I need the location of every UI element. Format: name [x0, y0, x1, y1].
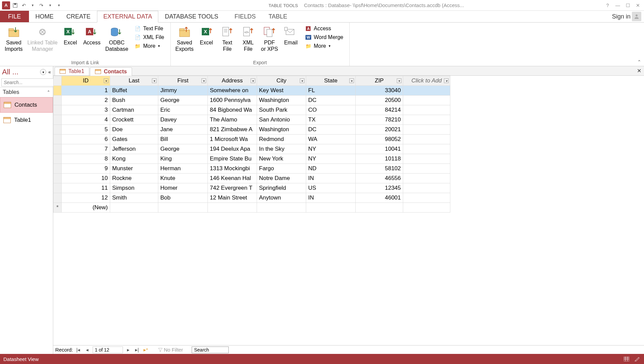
cell-city[interactable]: Key West — [257, 86, 306, 96]
saved-imports-button[interactable]: Saved Imports — [3, 24, 25, 59]
cell-last[interactable]: Smith — [110, 193, 158, 203]
column-header[interactable]: Address▾ — [208, 76, 257, 86]
cell-first[interactable]: Bob — [158, 193, 208, 203]
cell-id[interactable]: 6 — [62, 135, 110, 144]
column-dropdown-icon[interactable]: ▾ — [251, 78, 255, 83]
tab-fields[interactable]: FIELDS — [228, 11, 262, 22]
nav-collapse-icon[interactable]: « — [48, 69, 51, 75]
export-xml-button[interactable]: </> XML File — [238, 24, 258, 59]
cell-address[interactable]: 194 Deelux Apa — [208, 144, 257, 154]
export-text-button[interactable]: Text File — [217, 24, 237, 59]
row-selector[interactable] — [54, 203, 62, 213]
column-dropdown-icon[interactable]: ▾ — [349, 78, 354, 83]
cell-zip[interactable]: 98052 — [356, 135, 403, 144]
export-pdf-button[interactable]: PDF or XPS — [259, 24, 280, 59]
cell-id[interactable]: 9 — [62, 164, 110, 174]
tab-external-data[interactable]: EXTERNAL DATA — [97, 11, 159, 23]
cell-id[interactable]: 10 — [62, 174, 110, 183]
cell-address[interactable]: Empire State Bu — [208, 154, 257, 164]
row-selector[interactable] — [54, 174, 62, 183]
cell-zip[interactable]: 20500 — [356, 96, 403, 105]
table-row[interactable]: 11SimpsonHomer742 Evergreen TSpringfield… — [54, 183, 450, 193]
cell-state[interactable]: DC — [306, 125, 356, 135]
cell-zip[interactable]: 20021 — [356, 125, 403, 135]
column-header[interactable]: State▾ — [306, 76, 356, 86]
cell-first[interactable]: Davey — [158, 115, 208, 125]
tab-table[interactable]: TABLE — [262, 11, 294, 22]
datasheet-view-icon[interactable] — [623, 356, 630, 362]
cell-id[interactable]: 4 — [62, 115, 110, 125]
cell-address[interactable]: The Alamo — [208, 115, 257, 125]
table-row[interactable]: 5DoeJane821 Zimbabwe AWashingtonDC20021 — [54, 125, 450, 135]
close-tab-icon[interactable]: ✕ — [637, 68, 641, 74]
table-row[interactable]: 4CrockettDaveyThe AlamoSan AntonioTX7821… — [54, 115, 450, 125]
linked-table-manager-button[interactable]: Linked Table Manager — [25, 24, 60, 59]
row-selector[interactable] — [54, 86, 62, 96]
minimize-icon[interactable]: — — [614, 2, 621, 9]
cell-city[interactable]: Fargo — [257, 164, 306, 174]
export-access-button[interactable]: A Access — [303, 25, 345, 33]
cell-empty[interactable] — [403, 174, 450, 183]
table-row[interactable]: 12SmithBob12 Main StreetAnytownIN46001 — [54, 193, 450, 203]
column-dropdown-icon[interactable]: ▾ — [152, 78, 157, 83]
cell-first[interactable]: Jane — [158, 125, 208, 135]
cell-city[interactable]: Springfield — [257, 183, 306, 193]
export-more-button[interactable]: 📁 More ▼ — [303, 42, 345, 50]
cell-last[interactable]: Bush — [110, 96, 158, 105]
cell-zip[interactable]: 12345 — [356, 183, 403, 193]
column-dropdown-icon[interactable]: ▾ — [201, 78, 206, 83]
odbc-button[interactable]: ODBC Database — [103, 24, 130, 59]
first-record-icon[interactable]: |◂ — [75, 347, 82, 353]
help-icon[interactable]: ? — [604, 2, 611, 9]
add-column[interactable]: Click to Add▾ — [403, 76, 450, 86]
nav-filter-dropdown[interactable]: ▾ — [40, 69, 46, 75]
export-excel-button[interactable]: X Excel — [196, 24, 217, 59]
cell-empty[interactable] — [403, 193, 450, 203]
cell-first[interactable]: Homer — [158, 183, 208, 193]
import-text-file-button[interactable]: 📄 Text File — [132, 25, 166, 33]
tab-home[interactable]: HOME — [29, 11, 60, 22]
maximize-icon[interactable]: ☐ — [624, 2, 631, 9]
nav-group-tables[interactable]: Tables ⌃ — [0, 87, 53, 97]
row-selector[interactable] — [54, 96, 62, 105]
record-search-input[interactable] — [192, 347, 229, 353]
cell-city[interactable]: San Antonio — [257, 115, 306, 125]
cell-empty[interactable] — [403, 135, 450, 144]
prev-record-icon[interactable]: ◂ — [84, 347, 91, 353]
cell-address[interactable]: 742 Evergreen T — [208, 183, 257, 193]
cell-last[interactable]: Crockett — [110, 115, 158, 125]
cell-last[interactable]: Gates — [110, 135, 158, 144]
cell-first[interactable]: Jimmy — [158, 86, 208, 96]
cell-id[interactable]: 2 — [62, 96, 110, 105]
cell-first[interactable]: Eric — [158, 105, 208, 115]
row-selector[interactable] — [54, 115, 62, 125]
cell-state[interactable]: CO — [306, 105, 356, 115]
cell-address[interactable]: 1600 Pennsylva — [208, 96, 257, 105]
cell-id[interactable]: 12 — [62, 193, 110, 203]
cell-city[interactable]: Redmond — [257, 135, 306, 144]
tab-file[interactable]: FILE — [0, 11, 29, 22]
cell-last[interactable]: Munster — [110, 164, 158, 174]
cell-empty[interactable] — [403, 125, 450, 135]
column-dropdown-icon[interactable]: ▾ — [397, 78, 401, 83]
sign-in-button[interactable]: Sign in — [609, 11, 644, 22]
cell-first[interactable]: King — [158, 154, 208, 164]
cell-last[interactable]: Doe — [110, 125, 158, 135]
cell-zip[interactable]: 46001 — [356, 193, 403, 203]
table-row[interactable]: 6GatesBill1 Microsoft WaRedmondWA98052 — [54, 135, 450, 144]
row-selector[interactable] — [54, 183, 62, 193]
cell-last[interactable]: Rockne — [110, 174, 158, 183]
export-email-button[interactable]: Email — [281, 24, 301, 59]
qat-undo-icon[interactable]: ↶ — [20, 2, 28, 9]
design-view-icon[interactable] — [634, 356, 641, 362]
row-selector[interactable] — [54, 193, 62, 203]
cell-last[interactable]: Kong — [110, 154, 158, 164]
cell-city[interactable]: New York — [257, 154, 306, 164]
saved-exports-button[interactable]: Saved Exports — [173, 24, 196, 59]
cell-zip[interactable]: 10041 — [356, 144, 403, 154]
chevron-down-icon[interactable]: ▼ — [29, 2, 36, 9]
cell-empty[interactable] — [403, 164, 450, 174]
word-merge-button[interactable]: W Word Merge — [303, 33, 345, 41]
cell-state[interactable]: FL — [306, 86, 356, 96]
collapse-icon[interactable]: ⌃ — [47, 90, 50, 95]
